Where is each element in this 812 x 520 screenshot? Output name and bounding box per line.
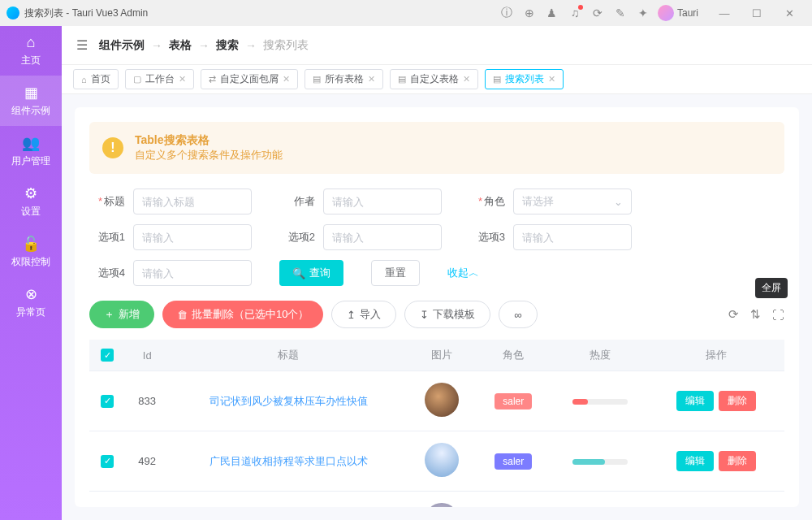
- cell-avatar: [425, 503, 459, 507]
- app-icon: [6, 6, 19, 20]
- tab-label: 工作台: [145, 72, 175, 86]
- author-input[interactable]: [323, 188, 442, 214]
- users-icon: 👥: [0, 134, 62, 152]
- chevron-down-icon: ⌄: [614, 196, 623, 208]
- role-badge: saler: [495, 393, 532, 410]
- cell-id: 492: [126, 431, 169, 492]
- breadcrumb-item[interactable]: 表格: [169, 38, 192, 53]
- role-badge: saler: [495, 453, 532, 470]
- edit-button[interactable]: 编辑: [676, 451, 714, 471]
- menu-toggle-icon[interactable]: ☰: [76, 37, 88, 53]
- alert-sub: 自定义多个搜索条件及操作功能: [135, 148, 283, 162]
- alert-title: Table搜索表格: [135, 133, 283, 148]
- checkbox-all[interactable]: ✓: [101, 349, 114, 362]
- search-icon: 🔍: [292, 267, 305, 280]
- sidebar-item-home[interactable]: ⌂主页: [0, 26, 62, 76]
- info-icon[interactable]: ⓘ: [495, 2, 518, 24]
- sidebar-item-permission[interactable]: 🔓权限控制: [0, 227, 62, 277]
- sidebar-item-components[interactable]: ▦组件示例: [0, 76, 62, 126]
- refresh-icon[interactable]: ⟳: [586, 2, 609, 24]
- role-select[interactable]: 请选择⌄: [513, 188, 632, 214]
- close-icon[interactable]: ✕: [548, 74, 555, 84]
- row-checkbox[interactable]: ✓: [101, 395, 114, 408]
- cell-title-link[interactable]: 广民目道收相持程等求里口点以术: [209, 455, 368, 467]
- tab-breadcrumb[interactable]: ⇄自定义面包屑✕: [201, 69, 298, 89]
- tab-all-tables[interactable]: ▤所有表格✕: [304, 69, 383, 89]
- tab-search-list[interactable]: ▤搜索列表✕: [485, 69, 564, 89]
- close-icon[interactable]: ✕: [179, 74, 186, 84]
- download-button[interactable]: ↧下载模板: [404, 301, 490, 328]
- field-label-opt3: 选项3: [469, 230, 505, 245]
- breadcrumb-item[interactable]: 组件示例: [99, 38, 145, 53]
- density-icon[interactable]: ⇅: [750, 307, 761, 322]
- refresh-icon[interactable]: ⟳: [728, 307, 739, 322]
- tool-icon[interactable]: ✎: [609, 2, 632, 24]
- query-button[interactable]: 🔍查询: [279, 260, 343, 286]
- sidebar-item-label: 组件示例: [11, 105, 50, 116]
- opt4-input[interactable]: [133, 260, 252, 286]
- cell-id: 833: [126, 371, 169, 431]
- add-button[interactable]: ＋新增: [89, 301, 154, 328]
- table-row: ✓ 728 矿其新府理处转龙飞听候越可 admin 编辑删除: [89, 492, 784, 508]
- title-input[interactable]: [133, 188, 252, 214]
- upload-icon: ↥: [347, 309, 356, 321]
- data-table: ✓ Id 标题 图片 角色 热度 操作 ✓: [89, 340, 784, 507]
- sidebar: ⌂主页 ▦组件示例 👥用户管理 ⚙设置 🔓权限控制 ⊗异常页: [0, 26, 62, 520]
- delete-button[interactable]: 删除: [719, 391, 756, 411]
- plus-icon: ＋: [104, 307, 114, 322]
- avatar[interactable]: [658, 5, 674, 21]
- minimize-button[interactable]: —: [708, 2, 741, 24]
- breadcrumb-current: 搜索列表: [263, 38, 309, 53]
- field-label-title: *标题: [89, 194, 125, 209]
- collapse-link[interactable]: 收起︿: [447, 260, 479, 286]
- bell-icon[interactable]: ♫: [564, 2, 586, 24]
- close-icon[interactable]: ✕: [368, 74, 375, 84]
- tab-label: 首页: [91, 72, 110, 86]
- home-icon: ⌂: [0, 34, 62, 51]
- close-icon[interactable]: ✕: [463, 74, 470, 84]
- fullscreen-icon[interactable]: ⛶: [772, 308, 784, 322]
- th-check: ✓: [89, 340, 126, 371]
- delete-button[interactable]: 删除: [719, 451, 756, 471]
- close-icon[interactable]: ✕: [283, 74, 290, 84]
- sidebar-item-label: 权限控制: [11, 256, 50, 267]
- field-label-role: *角色: [469, 194, 505, 209]
- tab-workbench[interactable]: ▢工作台✕: [125, 69, 194, 89]
- error-icon: ⊗: [0, 285, 62, 303]
- batch-delete-button[interactable]: 🗑批量删除（已选中10个）: [162, 301, 323, 328]
- cell-title-link[interactable]: 司记状到风少被复林压车办性快值: [209, 395, 368, 407]
- sidebar-item-label: 主页: [21, 54, 41, 66]
- maximize-button[interactable]: ☐: [741, 2, 773, 24]
- warning-icon: !: [102, 137, 123, 158]
- sidebar-item-label: 异常页: [16, 306, 45, 318]
- sidebar-item-users[interactable]: 👥用户管理: [0, 126, 62, 176]
- opt2-input[interactable]: [323, 224, 442, 250]
- edit-button[interactable]: 编辑: [676, 391, 714, 411]
- page-card: ! Table搜索表格 自定义多个搜索条件及操作功能 *标题 作者 *角色请选择…: [75, 107, 799, 507]
- trash-icon: 🗑: [177, 309, 188, 321]
- download-icon: ↧: [420, 309, 429, 321]
- tab-label: 所有表格: [325, 72, 364, 86]
- globe-icon[interactable]: ⊕: [518, 2, 541, 24]
- heat-bar: [572, 459, 628, 465]
- field-label-opt1: 选项1: [89, 230, 125, 245]
- tab-home[interactable]: ⌂首页: [73, 69, 119, 89]
- reset-button[interactable]: 重置: [371, 260, 420, 286]
- opt1-input[interactable]: [133, 224, 252, 250]
- field-label-opt2: 选项2: [279, 230, 315, 245]
- row-checkbox[interactable]: ✓: [101, 455, 114, 468]
- opt3-input[interactable]: [513, 224, 632, 250]
- table-row: ✓ 492 广民目道收相持程等求里口点以术 saler 编辑删除: [89, 431, 784, 492]
- close-button[interactable]: ✕: [773, 2, 806, 24]
- sidebar-item-settings[interactable]: ⚙设置: [0, 176, 62, 227]
- sidebar-item-error[interactable]: ⊗异常页: [0, 277, 62, 327]
- window-title: 搜索列表 - Tauri Vue3 Admin: [24, 6, 148, 20]
- th-img: 图片: [408, 340, 474, 371]
- tag-icon[interactable]: ✦: [632, 2, 654, 24]
- import-button[interactable]: ↥导入: [331, 301, 396, 328]
- shirt-icon[interactable]: ♟: [541, 2, 564, 24]
- share-button[interactable]: ∞: [499, 301, 537, 328]
- breadcrumb-item[interactable]: 搜索: [216, 38, 239, 53]
- sidebar-item-label: 设置: [21, 206, 41, 217]
- tab-custom-table[interactable]: ▤自定义表格✕: [390, 69, 478, 89]
